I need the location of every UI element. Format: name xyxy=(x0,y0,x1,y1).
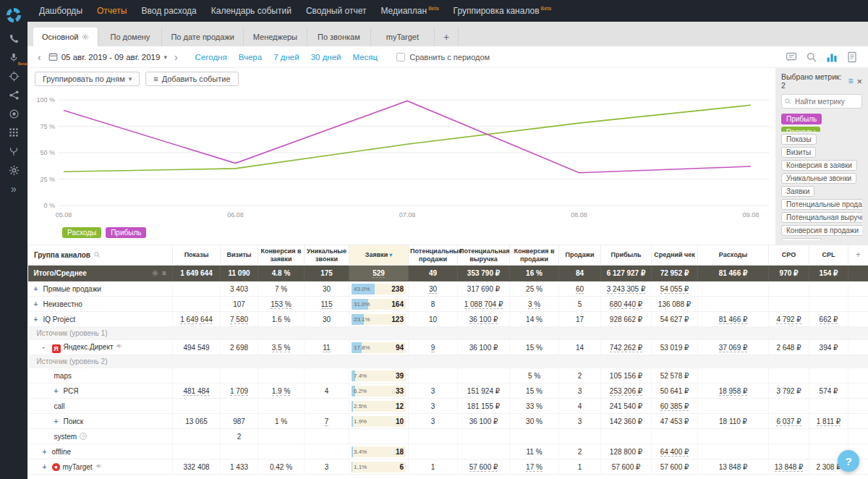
add-tab-button[interactable]: + xyxy=(435,27,459,46)
row-name-cell[interactable]: maps xyxy=(28,368,173,383)
column-header-10[interactable]: Прибыль xyxy=(601,245,652,266)
help-button[interactable]: ? xyxy=(838,450,859,472)
tab-5[interactable]: myTarget xyxy=(371,27,435,46)
merge-icon[interactable] xyxy=(0,142,27,161)
column-header-15[interactable]: + xyxy=(848,245,868,266)
close-icon[interactable]: × xyxy=(856,76,862,87)
row-name-cell[interactable]: -ЯЯндекс.Директ xyxy=(28,340,173,355)
expander-icon[interactable]: - xyxy=(43,343,49,351)
info-icon[interactable]: ? xyxy=(80,433,87,440)
nav-item-6[interactable]: Группировка каналовBeta xyxy=(454,6,551,16)
leads-bar-cell[interactable]: 1.9%10 xyxy=(352,416,406,427)
metric-tag[interactable]: Уникальные звонки xyxy=(781,173,856,184)
nav-item-1[interactable]: Отчеты xyxy=(97,6,127,16)
crosshair-icon[interactable] xyxy=(0,67,27,85)
metrics-list-icon[interactable]: ≡ xyxy=(848,76,853,86)
nav-item-4[interactable]: Сводный отчет xyxy=(306,6,367,16)
row-name-cell[interactable]: +Прямые продажи xyxy=(28,281,173,297)
metric-tag-selected[interactable]: Расходы xyxy=(781,127,820,132)
expander-icon[interactable]: + xyxy=(54,417,61,425)
compare-checkbox[interactable] xyxy=(396,53,405,62)
split-icon[interactable] xyxy=(0,85,27,104)
metric-tag[interactable]: Визиты xyxy=(781,147,816,158)
microphone-icon[interactable]: Beta xyxy=(0,48,27,67)
tab-1[interactable]: По домену xyxy=(98,27,162,46)
rings-icon[interactable] xyxy=(0,104,27,123)
nav-item-3[interactable]: Календарь событий xyxy=(211,6,292,16)
column-header-0[interactable]: Группа каналов xyxy=(28,245,173,266)
chart-view-icon[interactable] xyxy=(826,51,838,63)
leads-bar-cell[interactable]: 17.8%94 xyxy=(352,342,406,353)
expander-icon[interactable]: + xyxy=(34,315,41,323)
quick-link-2[interactable]: 7 дней xyxy=(273,53,299,62)
row-name-cell[interactable]: +Неизвестно xyxy=(28,297,173,312)
metric-tag[interactable]: Конверсия в заявки xyxy=(781,160,857,171)
tab-0[interactable]: Основной xyxy=(33,27,98,46)
search-icon[interactable] xyxy=(806,51,817,63)
row-name-cell[interactable]: call xyxy=(28,399,173,414)
collapse-sidebar-icon[interactable]: » xyxy=(0,179,27,198)
nav-item-0[interactable]: Дашборды xyxy=(39,6,82,16)
prev-period-button[interactable]: ‹ xyxy=(35,51,44,63)
next-period-button[interactable]: › xyxy=(171,51,181,63)
quick-link-1[interactable]: Вчера xyxy=(239,53,262,62)
leads-bar-cell[interactable]: 7.4%39 xyxy=(352,370,406,381)
leads-bar-cell[interactable]: 3.4%18 xyxy=(352,446,406,457)
column-header-1[interactable]: Показы xyxy=(173,245,221,266)
row-name-cell[interactable]: +РСЯ xyxy=(28,383,173,399)
gear-icon[interactable] xyxy=(0,161,27,179)
column-header-5[interactable]: Заявки▾ xyxy=(349,245,409,266)
quick-link-4[interactable]: Месяц xyxy=(353,53,378,62)
leads-bar-cell[interactable]: 2.5%12 xyxy=(352,401,406,412)
quick-link-3[interactable]: 30 дней xyxy=(311,53,341,62)
tab-3[interactable]: Менеджеры xyxy=(244,27,307,46)
expander-icon[interactable]: + xyxy=(34,300,41,308)
metric-search-input[interactable] xyxy=(781,94,862,109)
row-name-cell[interactable]: +IQ Project xyxy=(28,312,173,327)
metric-tag[interactable]: Потенциальные продажи xyxy=(781,199,862,210)
nav-item-2[interactable]: Ввод расхода xyxy=(141,6,196,16)
column-header-12[interactable]: Расходы xyxy=(698,245,769,266)
metric-tag[interactable]: Заявки xyxy=(781,186,814,197)
row-name-cell[interactable]: +offline xyxy=(28,444,173,459)
expander-icon[interactable]: + xyxy=(43,448,49,456)
leads-bar-cell[interactable]: 1.1%6 xyxy=(352,462,406,472)
column-header-9[interactable]: Продажи xyxy=(559,245,601,266)
metric-tag-selected[interactable]: Прибыль xyxy=(781,114,822,124)
column-header-2[interactable]: Визиты xyxy=(221,245,258,266)
phone-icon[interactable] xyxy=(0,29,27,48)
leads-bar-cell[interactable]: 23.1%123 xyxy=(352,314,406,325)
add-event-button[interactable]: ≡Добавить событие xyxy=(145,72,238,86)
leads-bar-cell[interactable]: 6.2%33 xyxy=(352,386,406,397)
apps-grid-icon[interactable] xyxy=(0,123,27,142)
legend-item[interactable]: Расходы xyxy=(62,227,101,238)
nav-item-5[interactable]: МедиапланBeta xyxy=(380,6,438,16)
row-name-cell[interactable]: +myTarget xyxy=(28,459,173,475)
leads-bar-cell[interactable]: 43.0%238 xyxy=(352,284,406,294)
metric-tag[interactable]: Потенциальная выручка xyxy=(781,212,862,223)
metric-tag[interactable]: Конверсия в продажи xyxy=(781,225,862,236)
expander-icon[interactable]: + xyxy=(54,387,61,395)
legend-item[interactable]: Прибыль xyxy=(106,227,146,238)
column-header-6[interactable]: Потенциальные продажи xyxy=(409,245,458,266)
column-header-14[interactable]: CPL xyxy=(809,245,848,266)
column-header-8[interactable]: Конверсия в продажи xyxy=(510,245,559,266)
metric-tag[interactable]: Продажи xyxy=(781,238,822,240)
tab-4[interactable]: По звонкам xyxy=(307,27,371,46)
expander-icon[interactable]: + xyxy=(34,285,41,293)
column-header-7[interactable]: Потенциальная выручка xyxy=(458,245,510,266)
row-name-cell[interactable]: system? xyxy=(28,429,173,444)
tab-2[interactable]: По дате продажи xyxy=(162,27,243,46)
group-by-button[interactable]: Группировать по дням▾ xyxy=(35,72,140,86)
row-name-cell[interactable]: +Поиск xyxy=(28,414,173,429)
column-header-13[interactable]: CPO xyxy=(769,245,809,266)
leads-bar-cell[interactable]: 31.0%164 xyxy=(352,299,406,310)
column-header-4[interactable]: Уникальные звонки xyxy=(305,245,349,266)
report-page-icon[interactable] xyxy=(846,51,858,63)
expander-icon[interactable]: + xyxy=(43,463,49,471)
column-header-3[interactable]: Конверсия в заявки xyxy=(258,245,305,266)
quick-link-0[interactable]: Сегодня xyxy=(195,53,227,62)
column-header-11[interactable]: Средний чек xyxy=(652,245,698,266)
date-range-picker[interactable]: 05 авг. 2019 - 09 авг. 2019 ▾ xyxy=(48,52,167,62)
roistat-logo[interactable] xyxy=(0,4,27,26)
